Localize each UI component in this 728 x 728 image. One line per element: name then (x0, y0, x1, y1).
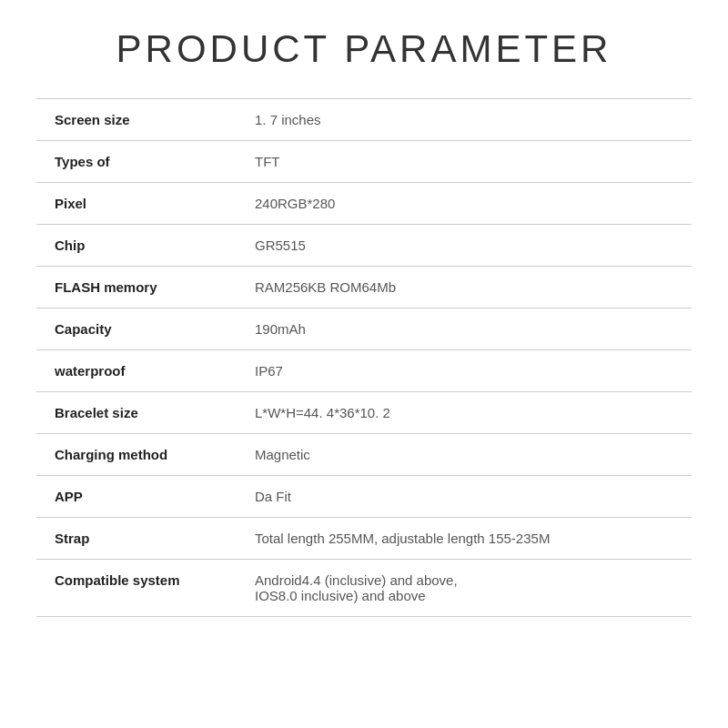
table-row: APPDa Fit (36, 476, 692, 518)
param-label: APP (36, 476, 237, 518)
table-row: Bracelet sizeL*W*H=44. 4*36*10. 2 (36, 392, 692, 434)
page-title: PRODUCT PARAMETER (116, 27, 612, 71)
param-value: 190mAh (237, 308, 692, 350)
table-row: FLASH memoryRAM256KB ROM64Mb (36, 267, 692, 308)
param-label: FLASH memory (36, 267, 237, 308)
param-label: Types of (36, 141, 237, 183)
param-label: Pixel (36, 183, 237, 225)
table-row: ChipGR5515 (36, 225, 692, 267)
table-row: waterproofIP67 (36, 350, 692, 392)
product-parameters-table: Screen size1. 7 inchesTypes ofTFTPixel24… (36, 98, 692, 617)
param-value: 240RGB*280 (237, 183, 692, 225)
param-label: Compatible system (36, 560, 237, 617)
param-label: Charging method (36, 434, 237, 476)
param-label: Chip (36, 225, 237, 267)
param-value: GR5515 (237, 225, 692, 267)
param-label: Screen size (36, 99, 237, 141)
table-row: StrapTotal length 255MM, adjustable leng… (36, 518, 692, 560)
param-value: 1. 7 inches (237, 99, 692, 141)
param-label: Bracelet size (36, 392, 237, 434)
param-value: RAM256KB ROM64Mb (237, 267, 692, 308)
table-row: Compatible systemAndroid4.4 (inclusive) … (36, 560, 692, 617)
table-row: Charging methodMagnetic (36, 434, 692, 476)
table-row: Pixel240RGB*280 (36, 183, 692, 225)
param-label: Strap (36, 518, 237, 560)
param-value: Total length 255MM, adjustable length 15… (237, 518, 692, 560)
param-label: waterproof (36, 350, 237, 392)
table-row: Capacity190mAh (36, 308, 692, 350)
param-label: Capacity (36, 308, 237, 350)
param-value: Da Fit (237, 476, 692, 518)
param-value: Magnetic (237, 434, 692, 476)
param-value: TFT (237, 141, 692, 183)
table-row: Screen size1. 7 inches (36, 99, 692, 141)
param-value: IP67 (237, 350, 692, 392)
param-value: Android4.4 (inclusive) and above,IOS8.0 … (237, 560, 692, 617)
table-row: Types ofTFT (36, 141, 692, 183)
param-value: L*W*H=44. 4*36*10. 2 (237, 392, 692, 434)
